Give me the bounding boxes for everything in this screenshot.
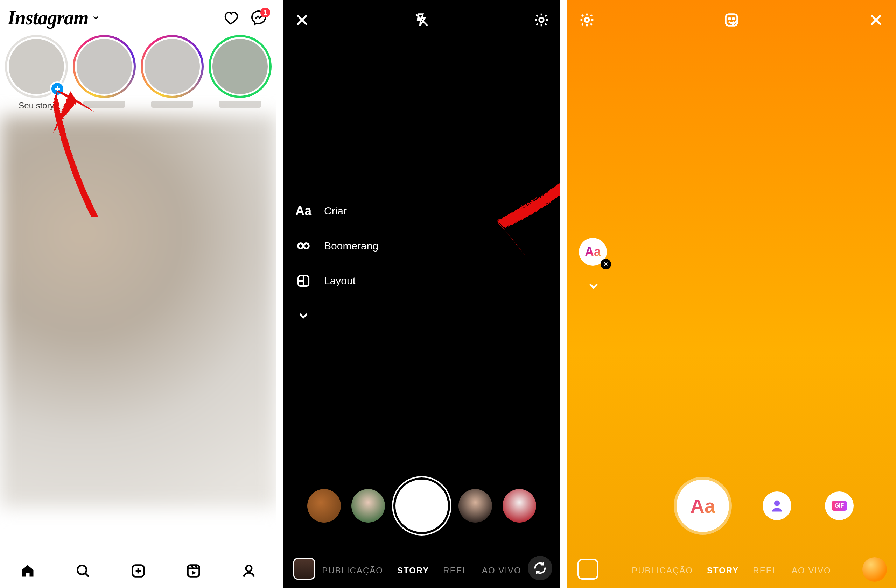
create-options-row: Aa GIF [567,480,896,532]
sticker-icon[interactable] [722,11,741,29]
nav-home-icon[interactable] [19,562,36,579]
nav-add-icon[interactable] [130,562,147,579]
svg-point-0 [77,565,87,574]
add-story-plus-icon: + [50,81,65,97]
logo-group[interactable]: Instagram [8,7,100,29]
chevron-down-icon[interactable] [587,280,600,292]
settings-gear-icon[interactable] [532,11,551,29]
messenger-badge: 1 [261,8,270,17]
mode-tab-publicacao[interactable]: PUBLICAÇÃO [322,565,383,576]
panel-story-camera: Aa Criar Boomerang Layout [283,0,560,588]
svg-point-18 [585,18,590,23]
effects-carousel [283,480,560,532]
camera-top-bar [283,0,560,40]
tool-create[interactable]: Aa Criar [296,203,378,219]
flash-off-icon[interactable] [412,11,431,29]
svg-point-26 [774,500,780,506]
effect-thumb[interactable] [503,489,536,523]
story-ring-self: + [5,35,68,98]
settings-gear-icon[interactable] [578,11,596,29]
panel-instagram-home: Instagram 1 + Seu story [0,0,276,588]
tool-expand[interactable] [296,308,378,324]
text-aa-icon: Aa [585,245,601,259]
svg-marker-9 [192,571,196,575]
story-item[interactable] [73,35,136,111]
mode-tab-reel[interactable]: REEL [443,565,468,576]
home-header: Instagram 1 [0,0,276,32]
camera-tools: Aa Criar Boomerang Layout [296,203,378,324]
create-selfie-button[interactable] [763,491,791,520]
story-avatar [211,37,270,96]
close-icon[interactable] [867,11,885,29]
close-icon[interactable] [293,11,311,29]
instagram-logo: Instagram [8,7,88,29]
svg-point-20 [729,18,730,19]
story-self-label: Seu story [18,101,54,111]
create-gif-button[interactable]: GIF [825,491,854,520]
mode-tabs: PUBLICAÇÃO STORY REEL AO VIVO [567,553,896,588]
tool-boomerang[interactable]: Boomerang [296,238,378,254]
nav-reels-icon[interactable] [185,562,202,579]
mode-tab-story[interactable]: STORY [397,565,429,576]
shutter-button[interactable] [396,480,448,532]
story-self[interactable]: + Seu story [5,35,68,111]
mode-tab-reel[interactable]: REEL [753,565,778,576]
story-item[interactable] [209,35,271,111]
story-ring [73,35,136,98]
tool-create-label: Criar [324,205,347,217]
like-icon[interactable] [222,10,239,26]
mode-tab-publicacao[interactable]: PUBLICAÇÃO [632,565,693,576]
create-top-bar [567,0,896,40]
header-actions: 1 [222,10,267,26]
mode-tab-aovivo[interactable]: AO VIVO [482,565,521,576]
text-aa-icon: Aa [690,495,715,517]
effect-thumb[interactable] [459,489,492,523]
effect-thumb[interactable] [351,489,385,523]
create-text-button[interactable]: Aa [677,480,729,532]
mode-tabs: PUBLICAÇÃO STORY REEL AO VIVO [283,553,560,588]
bottom-nav [0,553,276,588]
svg-rect-5 [188,565,200,576]
gif-icon: GIF [832,501,847,511]
chevron-down-icon [92,14,100,22]
tool-layout[interactable]: Layout [296,273,378,289]
story-label-blurred [83,101,125,108]
panel-story-create: Aa Aa GIF PUBLICAÇÃO STORY REEL AO VIVO [567,0,896,588]
nav-profile-icon[interactable] [241,562,257,579]
svg-point-10 [246,565,252,571]
svg-point-14 [539,18,544,23]
infinity-icon [296,238,311,254]
chevron-down-icon [296,308,311,324]
mode-tab-aovivo[interactable]: AO VIVO [792,565,831,576]
messenger-wrap[interactable]: 1 [251,10,267,26]
story-label-blurred [219,101,261,108]
feed-blurred [0,115,276,507]
story-ring [141,35,204,98]
stories-row: + Seu story [0,32,276,114]
story-avatar [143,37,202,96]
svg-line-1 [85,573,88,576]
svg-point-21 [733,18,734,19]
nav-search-icon[interactable] [75,562,91,579]
story-ring-close-friends [209,35,271,98]
story-item[interactable] [141,35,204,111]
tool-close-icon[interactable] [600,259,611,269]
tool-layout-label: Layout [324,275,356,287]
effect-thumb[interactable] [307,489,341,523]
story-avatar [75,37,134,96]
tutorial-arrow-icon [476,126,560,273]
story-label-blurred [151,101,193,108]
mode-tab-story[interactable]: STORY [707,565,739,576]
text-aa-icon: Aa [296,203,311,219]
svg-rect-19 [726,14,738,26]
tool-boomerang-label: Boomerang [324,240,378,252]
layout-icon [296,273,311,289]
